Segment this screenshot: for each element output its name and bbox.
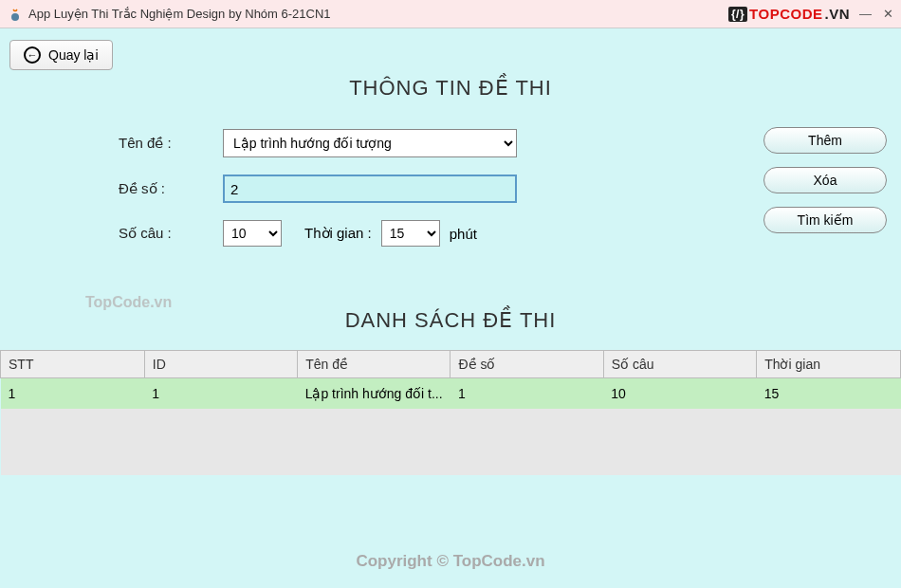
back-button-label: Quay lại bbox=[48, 47, 99, 63]
topcode-logo: {/} TOPCODE.VN bbox=[728, 6, 850, 22]
exam-table: STT ID Tên đề Đề số Số câu Thời gian 1 1… bbox=[0, 350, 901, 475]
svg-point-0 bbox=[11, 13, 19, 21]
cell-tende: Lập trình hướng đối t... bbox=[298, 378, 450, 410]
section-title-list: DANH SÁCH ĐỀ THI bbox=[0, 308, 901, 333]
cell-thoigian: 15 bbox=[757, 378, 901, 410]
close-button[interactable]: ✕ bbox=[883, 7, 893, 21]
table-blank-area bbox=[1, 409, 901, 475]
exam-form: Tên đề : Lập trình hướng đối tượng Đề số… bbox=[119, 129, 782, 247]
titlebar-left: App Luyện Thi Trắc Nghiệm Design by Nhóm… bbox=[8, 7, 331, 22]
input-deso[interactable] bbox=[223, 175, 517, 203]
label-thoigian: Thời gian : bbox=[304, 225, 372, 242]
label-socau: Số câu : bbox=[119, 225, 223, 242]
row-tende: Tên đề : Lập trình hướng đối tượng bbox=[119, 129, 782, 157]
app-body: ← Quay lại THÔNG TIN ĐỀ THI Tên đề : Lập… bbox=[0, 28, 901, 588]
search-button[interactable]: Tìm kiếm bbox=[763, 207, 887, 233]
window-titlebar: App Luyện Thi Trắc Nghiệm Design by Nhóm… bbox=[0, 0, 901, 28]
arrow-left-icon: ← bbox=[24, 46, 41, 64]
section-title-info: THÔNG TIN ĐỀ THI bbox=[0, 28, 901, 101]
window-controls: — ✕ bbox=[859, 7, 893, 21]
cell-id: 1 bbox=[144, 378, 297, 410]
back-button[interactable]: ← Quay lại bbox=[9, 40, 113, 70]
th-stt[interactable]: STT bbox=[1, 351, 145, 378]
action-buttons: Thêm Xóa Tìm kiếm bbox=[763, 127, 887, 233]
select-tende[interactable]: Lập trình hướng đối tượng bbox=[223, 129, 517, 157]
java-icon bbox=[8, 7, 23, 22]
brace-icon: {/} bbox=[728, 7, 747, 22]
copyright-text: Copyright © TopCode.vn bbox=[0, 552, 901, 571]
titlebar-right: {/} TOPCODE.VN — ✕ bbox=[728, 6, 893, 22]
watermark-topcode: TopCode.vn bbox=[85, 294, 172, 311]
label-tende: Tên đề : bbox=[119, 135, 223, 152]
table-header-row: STT ID Tên đề Đề số Số câu Thời gian bbox=[1, 351, 901, 378]
delete-button[interactable]: Xóa bbox=[763, 167, 887, 193]
th-tende[interactable]: Tên đề bbox=[298, 351, 450, 378]
cell-deso: 1 bbox=[450, 378, 603, 410]
cell-stt: 1 bbox=[1, 378, 145, 410]
th-deso[interactable]: Đề số bbox=[450, 351, 603, 378]
label-deso: Đề số : bbox=[119, 180, 223, 197]
row-socau: Số câu : 10 Thời gian : 15 phút bbox=[119, 220, 782, 247]
add-button[interactable]: Thêm bbox=[763, 127, 887, 154]
cell-socau: 10 bbox=[603, 378, 756, 410]
exam-table-wrap: STT ID Tên đề Đề số Số câu Thời gian 1 1… bbox=[0, 350, 901, 475]
th-thoigian[interactable]: Thời gian bbox=[757, 351, 901, 378]
select-socau[interactable]: 10 bbox=[223, 220, 282, 247]
select-thoigian[interactable]: 15 bbox=[381, 220, 440, 247]
table-row[interactable]: 1 1 Lập trình hướng đối t... 1 10 15 bbox=[1, 378, 901, 410]
window-title: App Luyện Thi Trắc Nghiệm Design by Nhóm… bbox=[28, 7, 331, 21]
th-socau[interactable]: Số câu bbox=[603, 351, 756, 378]
row-deso: Đề số : bbox=[119, 175, 782, 203]
minimize-button[interactable]: — bbox=[859, 7, 872, 21]
label-phut: phút bbox=[450, 226, 477, 242]
th-id[interactable]: ID bbox=[144, 351, 297, 378]
